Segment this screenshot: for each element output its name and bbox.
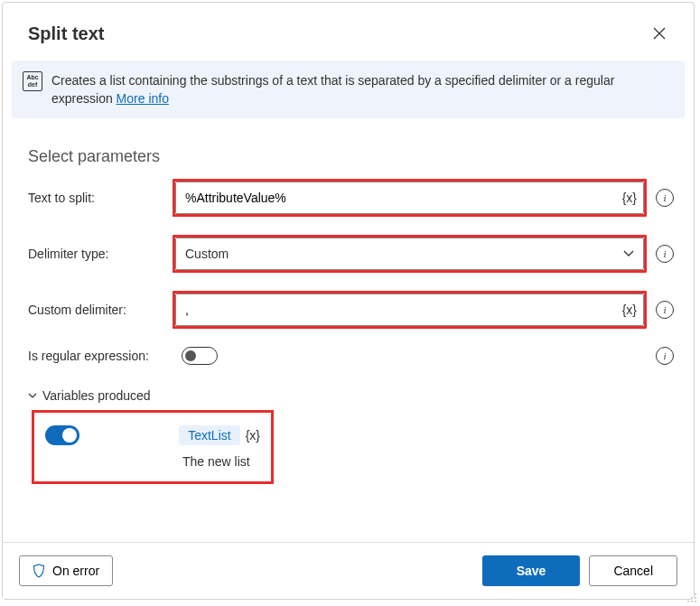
cancel-button[interactable]: Cancel [589, 555, 677, 586]
is-regex-row: Is regular expression: i [3, 338, 694, 374]
info-icon[interactable]: i [656, 301, 674, 319]
resize-grip-icon[interactable] [686, 592, 698, 604]
more-info-link[interactable]: More info [117, 91, 169, 106]
variable-description: The new list [182, 454, 260, 469]
insert-variable-button[interactable]: {x} [622, 303, 637, 317]
delimiter-type-row: Delimiter type: Custom i [3, 226, 694, 282]
svg-point-5 [695, 601, 696, 602]
svg-point-4 [691, 601, 693, 602]
variables-produced-label: Variables produced [42, 388, 151, 403]
text-to-split-row: Text to split: {x} i [3, 170, 694, 226]
variable-chip[interactable]: TextList [179, 425, 239, 445]
text-to-split-field: {x} [173, 179, 647, 217]
insert-variable-button[interactable]: {x} [622, 191, 637, 205]
custom-delimiter-label: Custom delimiter: [28, 303, 163, 317]
split-text-dialog: Split text Abcdef Creates a list contain… [2, 2, 695, 600]
info-icon[interactable]: i [656, 347, 674, 365]
close-icon [653, 27, 666, 40]
custom-delimiter-input[interactable] [175, 294, 644, 326]
text-to-split-input[interactable] [175, 182, 644, 214]
text-to-split-label: Text to split: [28, 191, 163, 205]
delimiter-type-select[interactable]: Custom [175, 238, 644, 270]
info-text: Creates a list containing the substrings… [51, 71, 670, 107]
svg-point-0 [695, 593, 696, 595]
info-icon[interactable]: i [656, 245, 674, 263]
info-banner: Abcdef Creates a list containing the sub… [12, 61, 685, 118]
is-regex-toggle[interactable] [182, 347, 218, 365]
chevron-down-icon [28, 391, 37, 400]
custom-delimiter-row: Custom delimiter: {x} i [3, 282, 694, 338]
delimiter-type-value: Custom [185, 247, 229, 261]
variables-produced-toggle[interactable]: Variables produced [3, 374, 694, 406]
variables-produced-box: TextList {x} The new list [32, 410, 274, 484]
save-button[interactable]: Save [482, 555, 581, 586]
dialog-footer: On error Save Cancel [3, 542, 694, 599]
dialog-header: Split text [3, 3, 694, 57]
shield-icon [33, 564, 45, 578]
info-icon[interactable]: i [656, 189, 674, 207]
close-button[interactable] [645, 19, 674, 48]
dialog-title: Split text [28, 23, 104, 44]
svg-point-2 [695, 597, 696, 599]
delimiter-type-label: Delimiter type: [28, 247, 163, 261]
variable-token: {x} [246, 428, 260, 443]
variable-enabled-toggle[interactable] [45, 425, 79, 445]
text-action-icon: Abcdef [23, 71, 42, 91]
custom-delimiter-field: {x} [173, 291, 647, 329]
is-regex-label: Is regular expression: [28, 349, 173, 363]
delimiter-type-field: Custom [173, 235, 647, 273]
select-parameters-heading: Select parameters [3, 118, 694, 170]
svg-point-1 [691, 597, 693, 599]
svg-point-3 [687, 601, 689, 602]
on-error-button[interactable]: On error [19, 555, 113, 586]
chevron-down-icon [623, 248, 634, 259]
